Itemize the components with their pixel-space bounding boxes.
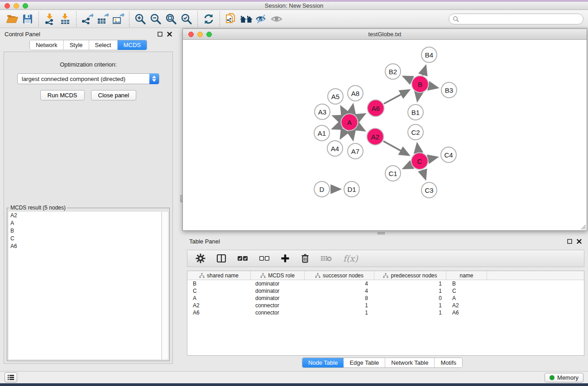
tab-select[interactable]: Select (89, 40, 118, 50)
column-header-MCDS-role[interactable]: MCDS role (251, 271, 305, 280)
minimize-window-button[interactable] (14, 3, 19, 9)
delete-column-icon[interactable] (320, 255, 332, 262)
table-row[interactable]: Bdominator41B (187, 280, 584, 287)
table-settings-gear-icon[interactable] (196, 253, 206, 263)
mcds-result-list[interactable]: A2ABCA6 (9, 212, 161, 359)
graph-node-A2[interactable]: A2 (367, 128, 384, 146)
search-input[interactable] (449, 14, 583, 24)
graph-node-D1[interactable]: D1 (344, 181, 360, 197)
edge-A2-C[interactable] (383, 141, 408, 155)
graph-node-A[interactable]: A (341, 114, 359, 131)
mcds-result-item[interactable]: C (9, 235, 161, 243)
column-header-shared-name[interactable]: shared name (187, 271, 251, 280)
graph-node-C[interactable]: C (411, 152, 429, 170)
close-panel-icon[interactable] (167, 32, 172, 37)
edge-A-A8[interactable] (351, 105, 353, 113)
hide-selected-icon[interactable] (254, 12, 269, 26)
edge-B-B1[interactable] (417, 93, 418, 100)
zoom-selected-icon[interactable] (179, 12, 194, 26)
graph-node-D[interactable]: D (314, 181, 330, 197)
tab-mcds[interactable]: MCDS (118, 40, 147, 50)
export-table-icon[interactable] (95, 12, 110, 26)
edge-A-A7[interactable] (351, 131, 353, 139)
graph-node-B1[interactable]: B1 (407, 104, 424, 120)
graph-node-A8[interactable]: A8 (347, 85, 363, 101)
show-column-icon[interactable] (216, 253, 226, 263)
tab-node-table[interactable]: Node Table (302, 358, 344, 367)
table-row[interactable]: A2connector11A2 (187, 302, 584, 309)
graph-node-A4[interactable]: A4 (327, 140, 343, 157)
network-canvas[interactable]: B4B2BB3A5A8A6B1A3AC2A1A2A4A7C4CC1C3DD1 (183, 40, 587, 230)
edge-A-A5[interactable] (341, 107, 345, 114)
edge-A-A2[interactable] (358, 127, 364, 130)
edge-C-C3[interactable] (422, 170, 425, 178)
tab-network-table[interactable]: Network Table (385, 358, 435, 367)
mcds-result-item[interactable]: A2 (9, 212, 161, 219)
float-panel-icon[interactable] (158, 32, 163, 37)
zoom-network-button[interactable] (206, 32, 212, 37)
open-session-icon[interactable] (5, 12, 20, 26)
graph-node-B2[interactable]: B2 (385, 63, 401, 80)
optimization-criterion-select[interactable]: largest connected component (directed) (17, 73, 159, 84)
graph-node-A6[interactable]: A6 (367, 100, 385, 117)
delete-row-icon[interactable] (301, 253, 310, 263)
mcds-result-scrollbar[interactable] (162, 212, 168, 359)
export-network-icon[interactable] (80, 12, 95, 26)
graph-node-B4[interactable]: B4 (421, 47, 437, 63)
graph-node-B3[interactable]: B3 (441, 82, 457, 98)
network-window-titlebar[interactable]: testGlobe.txt (183, 29, 587, 40)
graph-node-C4[interactable]: C4 (440, 147, 457, 163)
graph-node-B[interactable]: B (411, 76, 429, 93)
network-traffic-lights[interactable] (188, 32, 212, 37)
zoom-fit-icon[interactable] (163, 12, 179, 26)
zoom-in-icon[interactable] (133, 12, 148, 26)
table-row[interactable]: Cdominator41C (187, 287, 584, 295)
import-network-icon[interactable] (42, 12, 57, 26)
edge-A-A1[interactable] (333, 126, 341, 129)
mcds-result-item[interactable]: B (9, 227, 161, 235)
tab-network[interactable]: Network (30, 40, 64, 50)
edge-A-A3[interactable] (334, 116, 341, 119)
first-neighbors-icon[interactable] (239, 12, 254, 26)
close-window-button[interactable] (5, 3, 10, 9)
node-table[interactable]: shared nameMCDS rolesuccessor nodesprede… (187, 271, 584, 356)
edge-B-B4[interactable] (423, 67, 425, 76)
show-all-icon[interactable] (269, 12, 285, 26)
graph-node-A1[interactable]: A1 (314, 125, 330, 141)
select-all-icon[interactable] (237, 255, 248, 262)
graph-node-C2[interactable]: C2 (407, 124, 424, 140)
minimize-network-button[interactable] (197, 32, 203, 37)
column-header-name[interactable]: name (446, 271, 487, 280)
function-builder-icon[interactable]: f(x) (343, 253, 358, 263)
import-table-icon[interactable] (57, 12, 73, 26)
zoom-out-icon[interactable] (148, 12, 163, 26)
edge-C-C2[interactable] (417, 144, 418, 152)
edge-A-A4[interactable] (341, 130, 345, 138)
close-network-button[interactable] (188, 32, 194, 37)
edge-B-B2[interactable] (404, 76, 411, 80)
close-table-panel-icon[interactable] (577, 239, 582, 244)
edge-A-A6[interactable] (358, 114, 364, 118)
window-resize-grip[interactable] (580, 224, 586, 229)
export-image-icon[interactable] (110, 12, 126, 26)
float-table-panel-icon[interactable] (567, 239, 572, 244)
close-panel-button[interactable]: Close panel (91, 90, 137, 100)
column-header-predecessor-nodes[interactable]: predecessor nodes (374, 271, 446, 280)
zoom-window-button[interactable] (23, 3, 28, 9)
graph-node-A5[interactable]: A5 (327, 88, 344, 105)
horizontal-splitter-handle[interactable] (378, 232, 385, 234)
edge-C-C4[interactable] (429, 157, 437, 159)
column-header-successor-nodes[interactable]: successor nodes (305, 271, 374, 280)
table-row[interactable]: A6connector11A6 (187, 309, 584, 316)
edge-A6-B[interactable] (384, 91, 409, 104)
memory-button[interactable]: Memory (545, 373, 583, 382)
graph-node-A7[interactable]: A7 (347, 143, 363, 159)
tab-motifs[interactable]: Motifs (435, 358, 462, 367)
edge-B-B3[interactable] (429, 86, 437, 88)
run-mcds-button[interactable]: Run MCDS (40, 90, 85, 100)
add-column-icon[interactable] (281, 254, 290, 263)
traffic-lights[interactable] (5, 3, 28, 9)
tab-edge-table[interactable]: Edge Table (344, 358, 385, 367)
mcds-result-item[interactable]: A6 (9, 243, 161, 250)
save-session-icon[interactable] (20, 12, 35, 26)
